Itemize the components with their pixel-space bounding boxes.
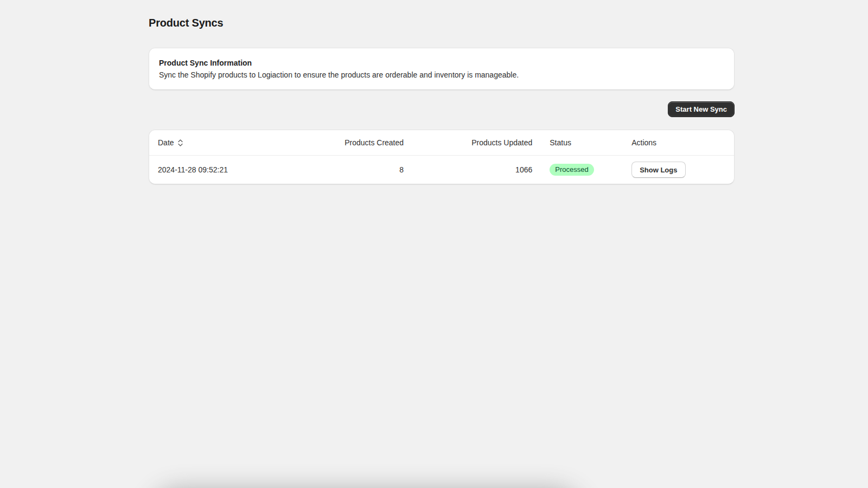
sync-history-table: Date Products Created Products Updated S…: [149, 130, 734, 184]
sync-history-table-card: Date Products Created Products Updated S…: [149, 130, 735, 184]
cell-products-created: 8: [290, 156, 412, 184]
info-card-heading: Product Sync Information: [159, 57, 724, 68]
start-new-sync-button[interactable]: Start New Sync: [668, 101, 735, 117]
column-header-actions: Actions: [623, 130, 734, 156]
page-title: Product Syncs: [149, 16, 735, 29]
product-sync-info-card: Product Sync Information Sync the Shopif…: [149, 48, 735, 90]
main-content: Product Syncs Product Sync Information S…: [149, 0, 735, 184]
column-header-date-label: Date: [158, 137, 174, 148]
cell-date: 2024-11-28 09:52:21: [149, 156, 290, 184]
cell-products-updated: 1066: [412, 156, 541, 184]
cell-status: Processed: [541, 156, 623, 184]
column-header-products-updated: Products Updated: [412, 130, 541, 156]
table-header-row: Date Products Created Products Updated S…: [149, 130, 734, 156]
info-card-description: Sync the Shopify products to Logiaction …: [159, 69, 724, 80]
show-logs-button[interactable]: Show Logs: [631, 162, 685, 178]
column-header-date[interactable]: Date: [149, 130, 290, 156]
sort-carets-icon: [177, 139, 183, 147]
status-badge: Processed: [550, 164, 593, 176]
table-row: 2024-11-28 09:52:21 8 1066 Processed Sho…: [149, 156, 734, 184]
cell-actions: Show Logs: [623, 156, 734, 184]
column-header-status: Status: [541, 130, 623, 156]
column-header-products-created: Products Created: [290, 130, 412, 156]
page-actions-row: Start New Sync: [149, 101, 735, 117]
